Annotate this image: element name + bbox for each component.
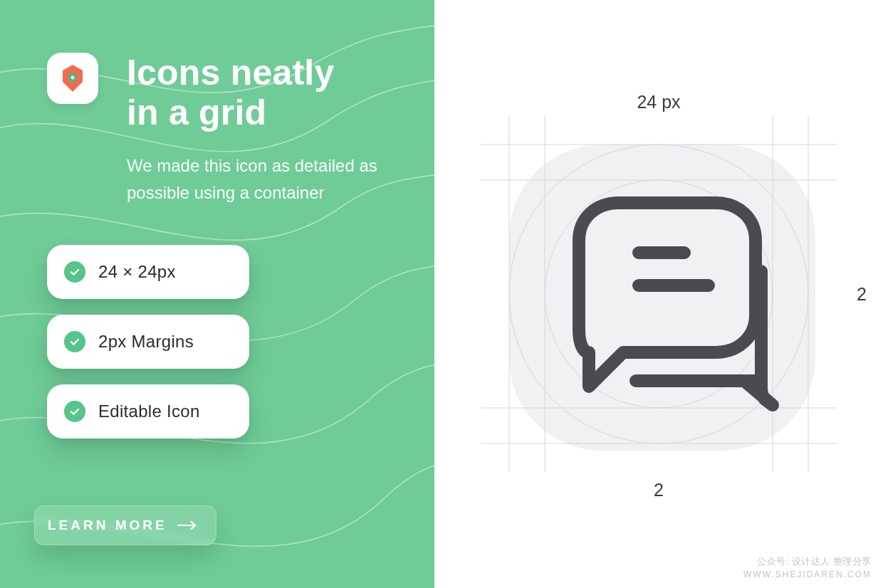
feature-list: 24 × 24px 2px Margins Editable Icon (47, 245, 400, 439)
subheadline: We made this icon as detailed as possibl… (127, 152, 400, 206)
arrow-right-icon (177, 520, 197, 530)
feature-label: 2px Margins (98, 332, 194, 352)
feature-item: Editable Icon (47, 384, 249, 439)
headline-line-2: in a grid (127, 93, 266, 132)
learn-more-label: LEARN MORE (48, 518, 167, 533)
dimension-bottom-label: 2 (654, 480, 664, 500)
feature-label: 24 × 24px (98, 262, 176, 282)
hero-row: Icons neatly in a grid We made this icon… (47, 53, 400, 206)
check-icon (64, 261, 85, 283)
chat-bubbles-icon (481, 116, 837, 472)
hero-text: Icons neatly in a grid We made this icon… (127, 53, 400, 206)
feature-item: 2px Margins (47, 315, 249, 369)
grid-stage: 24 px 2 2 (481, 116, 837, 472)
feature-item: 24 × 24px (47, 245, 249, 299)
headline-line-1: Icons neatly (127, 53, 334, 93)
promo-panel: Icons neatly in a grid We made this icon… (0, 0, 434, 588)
svg-point-1 (71, 76, 75, 80)
check-icon (64, 331, 85, 352)
headline: Icons neatly in a grid (127, 53, 400, 132)
watermark: 公众号: 设计达人 整理分享 WWW.SHEJIDAREN.COM (743, 555, 872, 581)
feature-label: Editable Icon (98, 401, 200, 421)
watermark-line-1: 公众号: 设计达人 整理分享 (743, 555, 872, 569)
page-root: Icons neatly in a grid We made this icon… (0, 0, 883, 588)
hexagon-bolt-icon (58, 63, 88, 93)
grid-diagram-panel: 24 px 2 2 (434, 0, 883, 588)
app-logo-tile (47, 53, 98, 104)
dimension-top-label: 24 px (637, 92, 680, 112)
check-icon (64, 401, 85, 422)
dimension-right-label: 2 (857, 284, 867, 305)
watermark-line-2: WWW.SHEJIDAREN.COM (743, 569, 872, 581)
learn-more-button[interactable]: LEARN MORE (34, 505, 216, 545)
